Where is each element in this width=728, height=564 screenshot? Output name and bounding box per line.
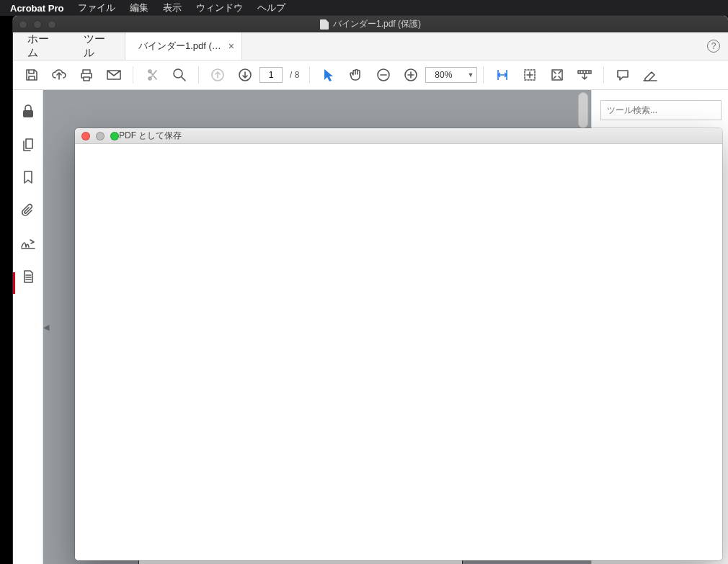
speech-bubble-icon — [616, 68, 630, 82]
zoom-value: 80% — [435, 70, 452, 80]
dialog-traffic-lights[interactable] — [75, 132, 119, 140]
read-mode-button[interactable] — [572, 62, 598, 88]
close-tab-icon[interactable]: × — [228, 41, 234, 51]
window-traffic-lights[interactable] — [13, 20, 56, 29]
page-number-input[interactable] — [259, 67, 283, 83]
tab-home-label: ホーム — [27, 32, 55, 60]
dialog-zoom-icon[interactable] — [110, 132, 119, 140]
tool-search-input[interactable] — [600, 100, 722, 120]
dialog-minimize-icon[interactable] — [96, 132, 105, 140]
rail-collapse-handle[interactable]: ◀ — [43, 311, 50, 343]
highlighter-icon — [642, 68, 658, 81]
rail-security-button[interactable] — [15, 100, 41, 122]
expand-icon — [550, 68, 564, 82]
document-tab[interactable]: バインダー1.pdf (… × — [125, 32, 242, 60]
fit-page-icon — [523, 68, 537, 82]
lock-icon — [22, 104, 35, 118]
highlight-button[interactable] — [637, 62, 663, 88]
pages-icon — [21, 137, 35, 151]
save-button[interactable] — [19, 62, 45, 88]
bookmark-icon — [22, 170, 34, 184]
paperclip-icon — [22, 203, 35, 218]
vertical-scrollbar[interactable] — [578, 92, 588, 128]
email-button[interactable] — [101, 62, 127, 88]
page-up-button[interactable] — [205, 62, 231, 88]
zoom-out-button[interactable] — [370, 62, 396, 88]
dialog-title-text: PDF として保存 — [119, 130, 182, 140]
zoom-select[interactable]: 80% ▼ — [425, 67, 477, 83]
dialog-titlebar: PDF として保存 — [75, 128, 722, 144]
search-button[interactable] — [167, 62, 192, 88]
rail-layers-button[interactable] — [15, 266, 41, 287]
signature-icon — [20, 237, 36, 250]
print-button[interactable] — [74, 62, 99, 88]
dialog-title: PDF として保存 — [119, 130, 182, 142]
tab-tools-label: ツール — [84, 32, 110, 60]
rail-signatures-button[interactable] — [15, 233, 41, 254]
rail-attachments-button[interactable] — [15, 200, 41, 221]
main-toolbar: / 8 80% ▼ — [13, 61, 728, 90]
dialog-close-icon[interactable] — [81, 132, 90, 140]
print-icon — [79, 68, 94, 82]
page-total-label: / 8 — [290, 70, 299, 80]
cloud-icon — [51, 68, 67, 82]
rail-active-indicator — [13, 272, 15, 294]
svg-rect-7 — [23, 110, 33, 117]
window-title: バインダー1.pdf (保護) — [13, 18, 728, 30]
hand-icon — [349, 68, 363, 82]
plus-circle-icon — [404, 68, 418, 82]
tab-tools[interactable]: ツール — [69, 32, 125, 60]
arrow-up-circle-icon — [210, 68, 225, 82]
window-titlebar: バインダー1.pdf (保護) — [13, 16, 728, 32]
save-as-pdf-dialog: PDF として保存 — [75, 128, 722, 560]
cursor-icon — [323, 68, 334, 82]
window-title-text: バインダー1.pdf (保護) — [333, 18, 421, 30]
read-icon — [577, 68, 592, 81]
rail-bookmarks-button[interactable] — [15, 166, 41, 188]
pdf-file-icon — [320, 19, 329, 30]
tab-bar: ホーム ツール バインダー1.pdf (… × ? — [13, 32, 728, 61]
envelope-icon — [106, 69, 122, 81]
menu-help[interactable]: ヘルプ — [257, 1, 285, 14]
left-nav-rail — [13, 90, 43, 564]
dialog-body — [75, 144, 722, 560]
menu-file[interactable]: ファイル — [78, 1, 115, 14]
zoom-in-button[interactable] — [398, 62, 424, 88]
tab-home[interactable]: ホーム — [13, 32, 69, 60]
hand-tool-button[interactable] — [343, 62, 369, 88]
document-tab-label: バインダー1.pdf (… — [138, 40, 221, 53]
scissors-icon — [145, 68, 159, 82]
menu-edit[interactable]: 編集 — [130, 1, 148, 14]
magnifier-icon — [172, 68, 187, 82]
window-minimize-icon[interactable] — [33, 20, 42, 29]
cut-button[interactable] — [139, 62, 165, 88]
menu-window[interactable]: ウィンドウ — [196, 1, 243, 14]
svg-point-0 — [174, 69, 182, 78]
arrow-down-circle-icon — [238, 68, 252, 82]
help-icon: ? — [707, 40, 720, 53]
save-icon — [25, 68, 39, 82]
fit-page-button[interactable] — [517, 62, 543, 88]
chevron-down-icon: ▼ — [467, 71, 474, 79]
app-name: Acrobat Pro — [10, 3, 63, 14]
select-tool-button[interactable] — [316, 62, 342, 88]
window-zoom-icon[interactable] — [48, 20, 56, 29]
comment-button[interactable] — [610, 62, 636, 88]
window-close-icon[interactable] — [19, 20, 27, 29]
macos-menubar: Acrobat Pro ファイル 編集 表示 ウィンドウ ヘルプ — [0, 0, 728, 16]
fullscreen-button[interactable] — [544, 62, 570, 88]
cloud-upload-button[interactable] — [46, 62, 72, 88]
fit-width-icon — [495, 68, 510, 82]
help-button[interactable]: ? — [699, 32, 728, 60]
menu-view[interactable]: 表示 — [163, 1, 182, 14]
fit-width-button[interactable] — [489, 62, 515, 88]
minus-circle-icon — [376, 68, 391, 82]
document-icon — [22, 269, 35, 284]
page-down-button[interactable] — [232, 62, 258, 88]
rail-pages-button[interactable] — [15, 133, 41, 155]
